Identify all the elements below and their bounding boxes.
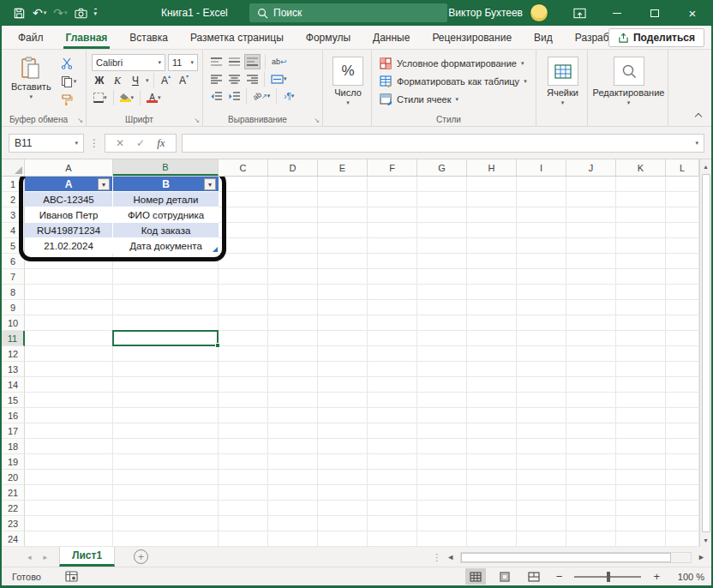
grid-cell[interactable] [25, 362, 113, 377]
grid-cell[interactable] [616, 269, 666, 285]
grid-cell[interactable] [517, 223, 566, 238]
grid-cell[interactable] [467, 454, 517, 470]
grid-cell[interactable] [219, 470, 268, 485]
grid-cell[interactable] [268, 531, 318, 547]
grid-cell[interactable] [666, 346, 699, 362]
grid-cell[interactable] [219, 485, 268, 501]
column-header-A[interactable]: A [25, 159, 113, 176]
grid-cell[interactable] [25, 393, 113, 408]
zoom-slider[interactable] [574, 576, 641, 578]
grid-cell[interactable] [517, 501, 566, 516]
tab-data[interactable]: Данные [362, 26, 421, 49]
align-top-button[interactable] [208, 54, 224, 69]
grid-cell[interactable] [666, 485, 699, 501]
grid-cell[interactable] [517, 192, 566, 207]
grid-cell[interactable] [467, 254, 517, 269]
grid-cell[interactable] [219, 207, 268, 223]
grid-cell[interactable] [417, 207, 467, 223]
column-header-G[interactable]: G [417, 159, 467, 176]
grid-cell[interactable] [25, 269, 113, 285]
grid-cell[interactable] [219, 362, 268, 377]
merge-center-button[interactable]: ▾ [269, 71, 289, 87]
grid-cell[interactable] [467, 315, 517, 331]
grid-cell[interactable] [268, 223, 318, 238]
grid-cell[interactable] [268, 177, 318, 192]
grid-cell[interactable] [517, 516, 566, 531]
grid-cell[interactable] [368, 439, 417, 454]
enter-entry-button[interactable]: ✓ [136, 137, 145, 149]
row-header-17[interactable]: 17 [2, 423, 25, 439]
grid-cell[interactable] [417, 439, 467, 454]
grid-cell[interactable] [467, 485, 517, 501]
table-cell[interactable]: ФИО сотрудника [113, 207, 219, 222]
grid-cell[interactable] [666, 207, 699, 223]
grid-cell[interactable] [25, 285, 113, 300]
alignment-dialog-launcher[interactable]: ↘ [314, 117, 320, 124]
grid-cell[interactable] [318, 315, 368, 331]
grid-cell[interactable] [616, 377, 666, 393]
formula-bar-grip[interactable]: ⋮ [89, 137, 99, 149]
grid-cell[interactable] [268, 454, 318, 470]
grid-cell[interactable] [417, 177, 467, 192]
column-header-D[interactable]: D [268, 159, 318, 176]
row-header-18[interactable]: 18 [2, 439, 25, 454]
grid-cell[interactable] [113, 315, 219, 331]
grid-cell[interactable] [467, 207, 517, 223]
grid-cell[interactable] [467, 439, 517, 454]
row-header-7[interactable]: 7 [2, 269, 25, 285]
grid-cell[interactable] [417, 269, 467, 285]
grid-cell[interactable] [566, 439, 616, 454]
grid-cell[interactable] [219, 223, 268, 238]
increase-indent-button[interactable] [226, 88, 242, 104]
grid-cell[interactable] [616, 315, 666, 331]
grid-cell[interactable] [566, 223, 616, 238]
grid-cell[interactable] [318, 485, 368, 501]
grid-cell[interactable] [517, 238, 566, 254]
table-cell[interactable]: ABC-12345 [25, 192, 113, 207]
grid-cell[interactable] [113, 300, 219, 315]
grid-cell[interactable] [368, 331, 417, 346]
grid-cell[interactable] [666, 454, 699, 470]
grid-cell[interactable] [517, 346, 566, 362]
grid-cell[interactable] [113, 408, 219, 423]
cut-button[interactable] [59, 56, 79, 71]
grid-cell[interactable] [616, 423, 666, 439]
grid-cell[interactable] [318, 408, 368, 423]
grid-cell[interactable] [113, 346, 219, 362]
column-header-I[interactable]: I [517, 159, 566, 176]
grid-cell[interactable] [566, 177, 616, 192]
grid-cell[interactable] [467, 423, 517, 439]
zoom-out-button[interactable]: − [553, 570, 566, 583]
grid-cell[interactable] [666, 300, 699, 315]
grid-cell[interactable] [268, 393, 318, 408]
grid-cell[interactable] [417, 192, 467, 207]
grid-cell[interactable] [268, 346, 318, 362]
undo-button[interactable]: ↶▾ [30, 4, 49, 21]
sheet-tab-list1[interactable]: Лист1 [59, 547, 115, 567]
grid-cell[interactable] [566, 285, 616, 300]
row-header-9[interactable]: 9 [2, 300, 25, 315]
grid-cell[interactable] [616, 470, 666, 485]
clipboard-dialog-launcher[interactable]: ↘ [77, 117, 83, 124]
number-format-button[interactable]: % Число ▾ [328, 54, 368, 112]
grid-cell[interactable] [616, 531, 666, 547]
copy-button[interactable]: ▾ [59, 74, 79, 89]
grid-cell[interactable] [616, 177, 666, 192]
grid-cell[interactable] [318, 454, 368, 470]
grid-cell[interactable] [219, 501, 268, 516]
grid-cell[interactable] [368, 501, 417, 516]
tab-formulas[interactable]: Формулы [295, 26, 362, 49]
grid-cell[interactable] [417, 238, 467, 254]
grid-cell[interactable] [417, 470, 467, 485]
tab-insert[interactable]: Вставка [118, 26, 179, 49]
user-avatar[interactable] [530, 3, 548, 22]
grid-cell[interactable] [566, 470, 616, 485]
grid-cell[interactable] [616, 346, 666, 362]
grid-cell[interactable] [467, 238, 517, 254]
grid-cell[interactable] [566, 269, 616, 285]
grid-cell[interactable] [368, 254, 417, 269]
grid-cell[interactable] [219, 254, 268, 269]
filter-dropdown-button[interactable]: ▾ [98, 178, 110, 190]
grid-cell[interactable] [417, 423, 467, 439]
grid-cell[interactable] [616, 516, 666, 531]
